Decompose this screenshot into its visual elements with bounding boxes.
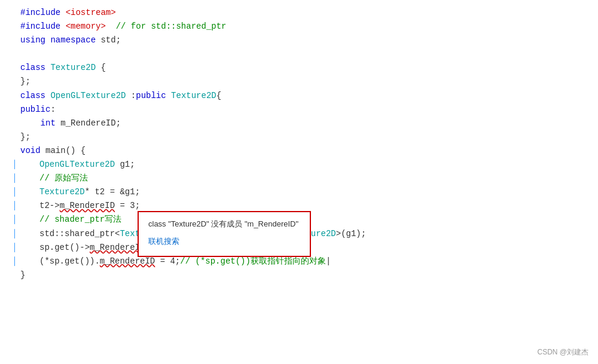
code-line — [12, 47, 588, 61]
code-line: void main() { — [12, 144, 588, 158]
code-line: } — [12, 268, 588, 282]
code-line: #include <iostream> — [12, 6, 588, 20]
code-line: │ Texture2D* t2 = &g1; — [12, 185, 588, 199]
online-search-link[interactable]: 联机搜索 — [148, 237, 179, 246]
code-line: class OpenGLTexture2D :public Texture2D{ — [12, 89, 588, 103]
code-line: │ OpenGLTexture2D g1; — [12, 158, 588, 172]
code-line: int m_RendereID; — [12, 117, 588, 130]
code-line: #include <memory> // for std::shared_ptr — [12, 20, 588, 33]
code-line: class Texture2D { — [12, 61, 588, 75]
watermark: CSDN @刘建杰 — [537, 347, 588, 358]
error-popup: class "Texture2D" 没有成员 "m_RendereID" 联机搜… — [138, 211, 311, 257]
code-line: }; — [12, 130, 588, 144]
error-message: class "Texture2D" 没有成员 "m_RendereID" — [148, 218, 300, 231]
code-line: public: — [12, 103, 588, 117]
code-line: }; — [12, 75, 588, 88]
code-line: │ // 原始写法 — [12, 172, 588, 185]
code-editor: #include <iostream> #include <memory> //… — [0, 0, 598, 288]
code-line: using namespace std; — [12, 33, 588, 47]
